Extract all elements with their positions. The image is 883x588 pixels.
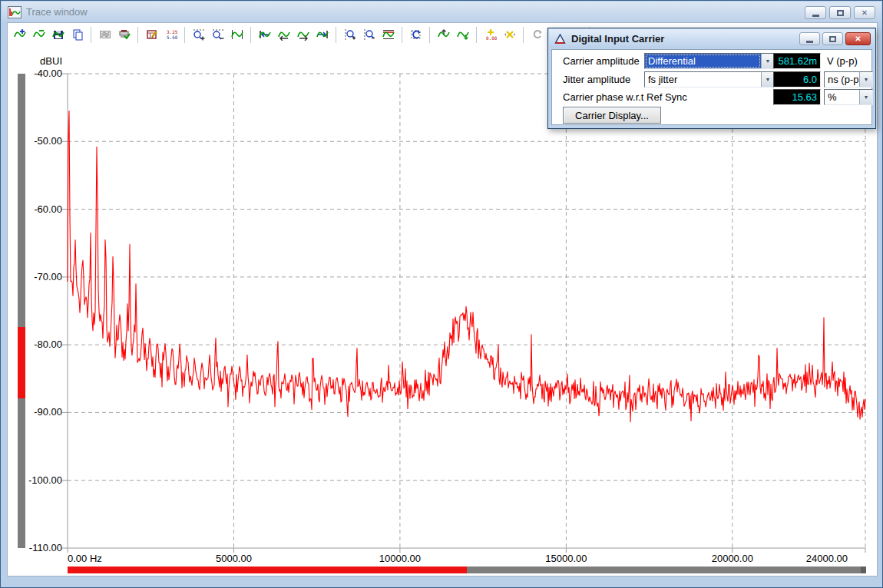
zoom-in-x-icon <box>193 28 205 41</box>
pan-end-icon <box>316 28 329 41</box>
jitter-amplitude-readout: 6.0 <box>773 71 821 88</box>
shift-up-button[interactable] <box>434 25 453 44</box>
minimize-button[interactable] <box>805 6 826 19</box>
zoom-out-y-button[interactable] <box>359 25 379 44</box>
jitter-unit-combobox[interactable]: ns (p-p) ▼ <box>824 71 873 88</box>
jitter-unit-value: ns (p-p) <box>825 72 859 87</box>
pan-end-button[interactable] <box>313 25 332 44</box>
pan-left-button[interactable] <box>274 25 293 44</box>
minimize-icon <box>812 15 819 17</box>
zoom-in-x-button[interactable] <box>189 25 208 44</box>
add-trace-button[interactable] <box>10 25 29 44</box>
vertical-range-scrollbar[interactable] <box>18 74 25 548</box>
waveform-display-icon <box>99 28 111 41</box>
carrier-amplitude-unit: V (p-p) <box>827 55 858 67</box>
pan-right-icon <box>297 28 309 41</box>
copy-trace-button[interactable] <box>68 25 87 44</box>
toolbar-separator <box>91 27 91 43</box>
copy-trace-icon <box>71 28 84 41</box>
pan-right-button[interactable] <box>293 25 313 44</box>
save-trace-button[interactable] <box>48 25 68 44</box>
jitter-amplitude-combobox[interactable]: fs jitter ▼ <box>644 71 775 88</box>
show-values-icon: 3.255.60 <box>165 28 177 41</box>
shift-down-icon <box>457 28 469 41</box>
x-axis-tick-label: 15000.00 <box>524 553 607 565</box>
toolbar-separator <box>402 27 402 43</box>
chevron-down-icon[interactable]: ▼ <box>761 72 774 87</box>
toolbar-separator <box>523 27 524 43</box>
x-axis-tick-label: 10000.00 <box>359 553 442 565</box>
minimize-icon <box>806 41 813 43</box>
show-values-button[interactable]: 3.255.60 <box>161 25 180 44</box>
trace-window: Trace window ✕ 3.255.600.00 dBUI -40.00-… <box>0 0 883 588</box>
dialog-titlebar[interactable]: Digital Input Carrier ✕ <box>549 29 875 48</box>
save-trace-icon <box>52 28 64 41</box>
rescale-icon <box>410 28 422 41</box>
toolbar-separator <box>137 27 138 43</box>
window-title: Trace window <box>26 6 88 18</box>
phase-unit-value: % <box>825 90 859 104</box>
toolbar-separator <box>184 27 185 43</box>
cursor-delta-button[interactable] <box>500 25 519 44</box>
trace-window-titlebar[interactable]: Trace window ✕ <box>2 2 881 22</box>
horizontal-range-nub[interactable] <box>861 567 866 573</box>
x-axis-tick-label: 20000.00 <box>691 553 774 565</box>
dialog-restore-button[interactable] <box>822 32 843 45</box>
edit-settings-icon <box>146 28 158 41</box>
chevron-down-icon[interactable]: ▼ <box>859 72 872 87</box>
reprocess-button[interactable] <box>527 25 547 44</box>
pan-home-button[interactable] <box>255 25 274 44</box>
autoscale-y-button[interactable] <box>379 25 398 44</box>
remove-trace-button[interactable] <box>29 25 48 44</box>
waveform-display-button[interactable] <box>95 25 114 44</box>
dialog-minimize-button[interactable] <box>799 32 820 45</box>
horizontal-range-scrollbar[interactable] <box>68 567 866 573</box>
svg-text:5.60: 5.60 <box>167 35 177 40</box>
cursor-zero-icon: 0.00 <box>484 28 497 41</box>
acquire-data-button[interactable] <box>114 25 134 44</box>
dialog-close-button[interactable]: ✕ <box>845 32 871 45</box>
toolbar-separator <box>429 27 430 43</box>
toolbar-separator <box>336 27 336 43</box>
toolbar: 3.255.600.00 <box>10 25 594 45</box>
rescale-button[interactable] <box>406 25 425 44</box>
edit-settings-button[interactable] <box>142 25 161 44</box>
autoscale-x-button[interactable] <box>227 25 246 44</box>
close-icon: ✕ <box>862 8 868 17</box>
carrier-amplitude-label: Carrier amplitude <box>563 55 640 67</box>
carrier-display-button[interactable]: Carrier Display... <box>563 107 661 124</box>
zoom-in-y-icon <box>344 28 356 41</box>
zoom-out-y-icon <box>363 28 375 41</box>
vertical-range-thumb[interactable] <box>18 327 25 398</box>
plot-area[interactable] <box>68 74 866 548</box>
restore-icon <box>829 36 836 42</box>
autoscale-y-icon <box>382 28 395 41</box>
dialog-title: Digital Input Carrier <box>571 33 664 45</box>
restore-icon <box>837 10 844 16</box>
zoom-in-y-button[interactable] <box>340 25 359 44</box>
cursor-zero-button[interactable]: 0.00 <box>481 25 500 44</box>
digital-input-carrier-dialog: Digital Input Carrier ✕ Carrier amplitud… <box>547 28 876 129</box>
svg-text:3.25: 3.25 <box>167 29 177 35</box>
jitter-amplitude-label: Jitter amplitude <box>563 74 630 85</box>
carrier-dialog-icon <box>554 34 566 45</box>
shift-up-icon <box>438 28 450 41</box>
trace-window-icon <box>8 6 21 18</box>
shift-down-button[interactable] <box>453 25 472 44</box>
toolbar-separator <box>476 27 477 43</box>
y-axis-title: dBUI <box>8 55 62 67</box>
chevron-down-icon[interactable]: ▼ <box>859 90 872 104</box>
carrier-amplitude-combobox[interactable]: Differential ▼ <box>644 53 775 69</box>
close-button[interactable]: ✕ <box>854 6 875 19</box>
chevron-down-icon[interactable]: ▼ <box>761 54 774 68</box>
phase-unit-combobox[interactable]: % ▼ <box>824 89 873 105</box>
horizontal-range-thumb[interactable] <box>68 567 467 573</box>
restore-button[interactable] <box>829 6 851 19</box>
reprocess-icon <box>531 28 544 41</box>
pan-home-icon <box>259 28 271 41</box>
pan-left-icon <box>278 28 290 41</box>
dialog-body: Carrier amplitude Differential ▼ 581.62m… <box>551 49 872 125</box>
zoom-out-x-button[interactable] <box>208 25 227 44</box>
carrier-phase-readout: 15.63 <box>773 89 821 105</box>
cursor-delta-icon <box>504 28 516 41</box>
